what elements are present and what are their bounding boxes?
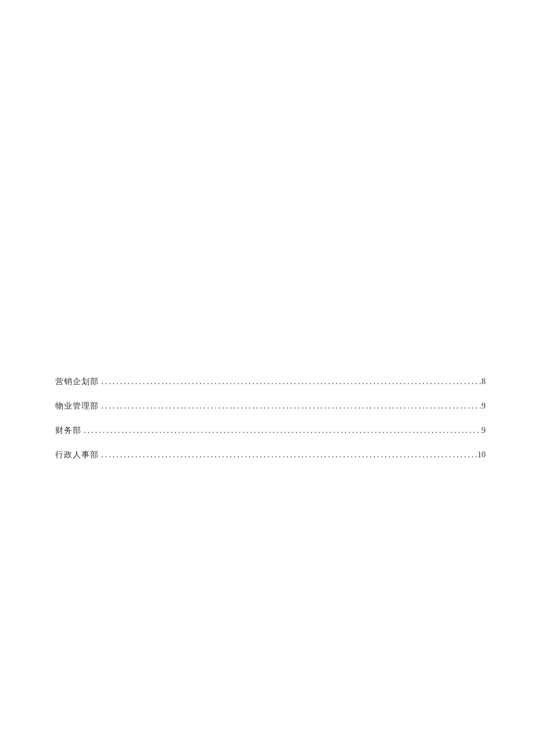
toc-entry: 物业管理部 ..................................… [55,401,486,411]
toc-entry-title: 物业管理部 [55,401,99,411]
toc-entry-title: 财务部 [55,425,81,436]
table-of-contents: 营销企划部 ..................................… [55,377,486,474]
toc-entry: 财务部 ....................................… [55,425,486,436]
toc-entry: 营销企划部 ..................................… [55,377,486,387]
toc-entry-page: 9 [482,426,486,435]
toc-entry: 行政人事部 ..................................… [55,450,486,460]
toc-leader-dots: ........................................… [99,377,482,386]
toc-entry-title: 行政人事部 [55,450,99,460]
toc-entry-page: 8 [482,377,486,386]
toc-leader-dots: ........................................… [81,426,482,435]
toc-leader-dots: ........................................… [99,402,482,411]
toc-entry-page: 9 [482,402,486,411]
toc-entry-title: 营销企划部 [55,377,99,387]
toc-entry-page: 10 [477,450,486,460]
toc-leader-dots: ........................................… [99,450,477,460]
